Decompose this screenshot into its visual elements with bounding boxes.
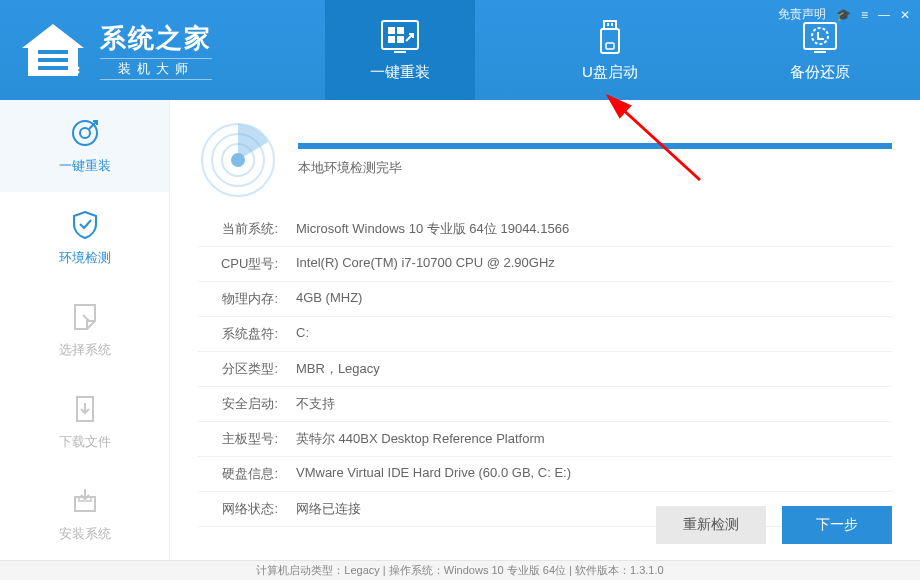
- header: 系统之家 装机大师 一键重装 U盘启动 备份还原 免责声明 🎓 ≡ — ✕: [0, 0, 920, 100]
- svg-rect-13: [604, 21, 616, 29]
- tab-reinstall[interactable]: 一键重装: [325, 0, 475, 100]
- download-icon: [69, 393, 101, 425]
- title-controls: 免责声明 🎓 ≡ — ✕: [778, 6, 910, 23]
- svg-rect-11: [397, 36, 404, 43]
- info-row-os: 当前系统:Microsoft Windows 10 专业版 64位 19044.…: [198, 212, 892, 247]
- sidebar-item-envcheck[interactable]: 环境检测: [0, 192, 169, 284]
- svg-rect-1: [38, 58, 68, 62]
- info-row-partition: 分区类型:MBR，Legacy: [198, 352, 892, 387]
- target-icon: [69, 117, 101, 149]
- recheck-button[interactable]: 重新检测: [656, 506, 766, 544]
- info-row-secureboot: 安全启动:不支持: [198, 387, 892, 422]
- info-row-disk: 硬盘信息:VMware Virtual IDE Hard Drive (60.0…: [198, 457, 892, 492]
- tab-reinstall-label: 一键重装: [370, 63, 430, 82]
- info-row-mobo: 主板型号:英特尔 440BX Desktop Reference Platfor…: [198, 422, 892, 457]
- sidebar-envcheck-label: 环境检测: [59, 249, 111, 267]
- svg-rect-9: [397, 27, 404, 34]
- info-row-sysdrive: 系统盘符:C:: [198, 317, 892, 352]
- shield-icon: [69, 209, 101, 241]
- svg-point-3: [73, 67, 76, 70]
- svg-rect-10: [388, 36, 395, 43]
- brand-title: 系统之家: [100, 21, 212, 56]
- usb-icon: [590, 19, 630, 57]
- graduation-icon[interactable]: 🎓: [836, 8, 851, 22]
- sidebar-reinstall-label: 一键重装: [59, 157, 111, 175]
- sidebar-item-selectsys[interactable]: 选择系统: [0, 284, 169, 376]
- sidebar-install-label: 安装系统: [59, 525, 111, 543]
- select-icon: [69, 301, 101, 333]
- svg-rect-2: [38, 66, 68, 70]
- svg-rect-18: [804, 23, 836, 49]
- info-row-ram: 物理内存:4GB (MHZ): [198, 282, 892, 317]
- svg-rect-0: [38, 50, 68, 54]
- status-bar: 计算机启动类型：Legacy | 操作系统：Windows 10 专业版 64位…: [0, 560, 920, 580]
- svg-rect-14: [607, 23, 609, 26]
- tab-usb[interactable]: U盘启动: [535, 0, 685, 100]
- sidebar-item-reinstall[interactable]: 一键重装: [0, 100, 169, 192]
- progress-bar: [298, 143, 892, 149]
- info-row-cpu: CPU型号:Intel(R) Core(TM) i7-10700 CPU @ 2…: [198, 247, 892, 282]
- house-logo-icon: [18, 20, 88, 80]
- scan-radar-icon: [198, 120, 278, 200]
- minimize-icon[interactable]: —: [878, 8, 890, 22]
- svg-point-6: [77, 71, 80, 74]
- disclaimer-link[interactable]: 免责声明: [778, 6, 826, 23]
- svg-rect-20: [814, 51, 826, 53]
- svg-rect-12: [394, 51, 406, 53]
- next-button[interactable]: 下一步: [782, 506, 892, 544]
- svg-point-4: [77, 67, 80, 70]
- sidebar-download-label: 下载文件: [59, 433, 111, 451]
- sidebar: 一键重装 环境检测 选择系统 下载文件 安装系统: [0, 100, 170, 560]
- close-icon[interactable]: ✕: [900, 8, 910, 22]
- sidebar-item-download[interactable]: 下载文件: [0, 376, 169, 468]
- info-list: 当前系统:Microsoft Windows 10 专业版 64位 19044.…: [198, 212, 892, 527]
- backup-icon: [800, 19, 840, 57]
- brand-subtitle: 装机大师: [100, 58, 212, 80]
- tab-backup-label: 备份还原: [790, 63, 850, 82]
- logo-area: 系统之家 装机大师: [0, 20, 300, 80]
- windows-icon: [380, 19, 420, 57]
- svg-rect-17: [606, 43, 614, 49]
- svg-point-19: [812, 28, 828, 44]
- menu-icon[interactable]: ≡: [861, 8, 868, 22]
- sidebar-item-install[interactable]: 安装系统: [0, 468, 169, 560]
- svg-point-5: [73, 71, 76, 74]
- install-icon: [69, 485, 101, 517]
- main-content: 本地环境检测完毕 当前系统:Microsoft Windows 10 专业版 6…: [170, 100, 920, 560]
- svg-point-22: [80, 128, 90, 138]
- svg-rect-8: [388, 27, 395, 34]
- svg-rect-15: [611, 23, 613, 26]
- tab-usb-label: U盘启动: [582, 63, 638, 82]
- sidebar-selectsys-label: 选择系统: [59, 341, 111, 359]
- scan-status: 本地环境检测完毕: [298, 159, 892, 177]
